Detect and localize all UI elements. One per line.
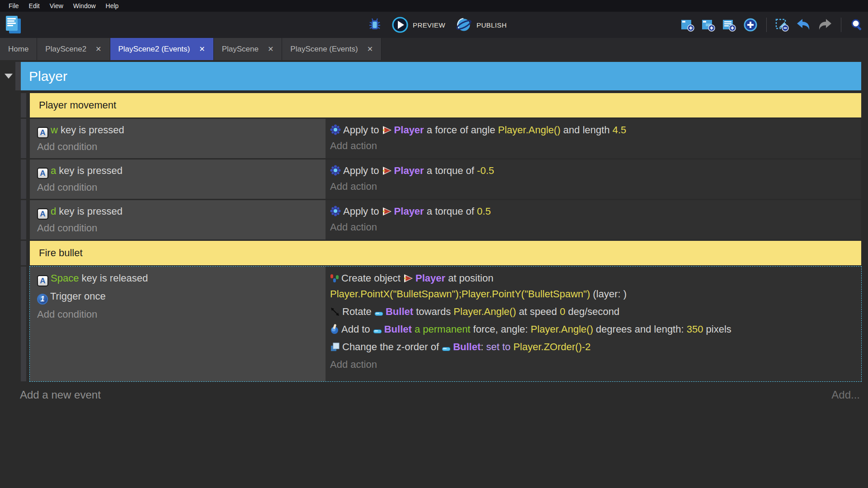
search-button[interactable] [849,17,864,33]
text-segment: Add to [341,324,373,335]
toolbar-separator [766,18,767,32]
delete-selection-icon [775,18,789,32]
gdevelop-logo-icon [5,15,22,34]
event-group-player[interactable]: Player [21,62,861,90]
event-group-header[interactable]: Fire bullet [30,241,861,265]
tab-playscene-events[interactable]: PlayScene (Events)✕ [282,38,382,60]
action-line[interactable]: Add to Bullet a permanent force, angle: … [330,321,857,337]
actions-cell[interactable]: Apply to Player a torque of -0.5Add acti… [326,160,861,199]
text-segment: Player.PointX("BulletSpawn");Player.Poin… [330,288,590,300]
text-segment: force, angle: [470,324,530,335]
menu-window[interactable]: Window [68,2,101,9]
add-action-button[interactable]: Add action [330,357,857,372]
actions-cell[interactable]: Create object Player at position Player.… [326,267,861,381]
trigger-once-icon: 1 [37,294,48,305]
tab-close-icon[interactable]: ✕ [95,46,101,53]
text-segment: a torque of [424,165,477,176]
toolbar-separator [841,18,841,32]
tab-close-icon[interactable]: ✕ [268,46,274,53]
action-line[interactable]: Apply to Player a torque of 0.5 [330,204,857,219]
tab-home[interactable]: Home [0,38,37,60]
condition-line[interactable]: 1Trigger once [37,288,321,305]
text-segment: Apply to [343,165,382,176]
add-subevent-icon [702,18,715,32]
conditions-cell[interactable]: Ad key is pressedAdd condition [30,200,326,239]
tab-label: PlayScene (Events) [290,45,358,54]
text-segment: Space [51,272,79,284]
tab-playscene2[interactable]: PlayScene2✕ [37,38,110,60]
add-condition-button[interactable]: Add condition [37,180,321,195]
action-line[interactable]: Create object Player at position Player.… [330,270,857,302]
action-line[interactable]: Apply to Player a torque of -0.5 [330,163,857,178]
undo-button[interactable] [795,17,811,33]
add-action-button[interactable]: Add action [330,138,857,153]
menu-bar: File Edit View Window Help [0,0,868,12]
event-row[interactable]: Aw key is pressedAdd conditionApply to P… [30,119,861,158]
tab-playscene2-events[interactable]: PlayScene2 (Events)✕ [110,38,214,60]
text-segment: 350 [687,324,703,335]
add-comment-button[interactable] [722,17,737,33]
event-row[interactable]: ASpace key is released1Trigger onceAdd c… [30,267,861,381]
tab-label: Home [8,45,28,54]
add-comment-icon [722,18,736,32]
text-segment: Create object [341,272,403,284]
publish-globe-icon [455,16,472,33]
debug-button[interactable] [367,16,382,33]
add-condition-button[interactable]: Add condition [37,221,321,235]
text-segment: Bullet [386,306,413,317]
add-new-event-button[interactable]: Add a new event [20,389,101,401]
text-segment: Player [415,272,445,284]
actions-cell[interactable]: Apply to Player a torque of 0.5Add actio… [326,200,861,239]
event-row[interactable]: Aa key is pressedAdd conditionApply to P… [30,160,861,199]
keyboard-key-icon: A [37,208,48,220]
events-list: Player movementAw key is pressedAdd cond… [30,93,861,381]
add-more-button[interactable]: Add... [831,389,860,401]
add-action-button[interactable]: Add action [330,179,857,194]
add-circle-button[interactable] [742,17,759,33]
add-event-button[interactable] [680,17,695,33]
tab-close-icon[interactable]: ✕ [199,46,205,53]
text-segment: a [51,165,56,176]
menu-view[interactable]: View [45,2,68,9]
menu-edit[interactable]: Edit [24,2,45,9]
toolbar-right-icons [680,12,864,38]
keyboard-key-icon: A [37,168,48,179]
text-segment: and length [561,124,613,136]
actions-cell[interactable]: Apply to Player a force of angle Player.… [326,119,861,158]
condition-line[interactable]: Aw key is pressed [37,122,321,138]
event-row[interactable]: Ad key is pressedAdd conditionApply to P… [30,200,861,239]
condition-line[interactable]: Ad key is pressed [37,204,321,220]
condition-line[interactable]: Aa key is pressed [37,163,321,179]
tab-close-icon[interactable]: ✕ [367,46,373,53]
preview-play-icon [392,16,409,33]
menu-help[interactable]: Help [101,2,124,9]
preview-button[interactable]: PREVIEW [391,15,446,34]
redo-button[interactable] [817,17,833,33]
text-segment: Player.Angle() [531,324,593,335]
text-segment: key is released [79,272,148,284]
text-segment: 0 [560,306,565,317]
publish-button[interactable]: PUBLISH [454,15,508,34]
collapse-group-icon[interactable] [5,74,13,79]
add-condition-button[interactable]: Add condition [37,139,321,154]
bullet-object-icon [442,346,451,352]
delete-selection-button[interactable] [774,17,790,33]
conditions-cell[interactable]: Aa key is pressedAdd condition [30,160,326,199]
search-icon [850,18,863,32]
add-action-button[interactable]: Add action [330,220,857,235]
tab-playscene[interactable]: PlayScene✕ [214,38,283,60]
text-segment: Player.Angle() [498,124,561,136]
text-segment: w [51,124,58,136]
add-condition-button[interactable]: Add condition [37,306,321,322]
text-segment: -0.5 [477,165,494,176]
event-group-header[interactable]: Player movement [30,93,861,117]
action-line[interactable]: Change the z-order of Bullet: set to Pla… [330,339,857,355]
menu-file[interactable]: File [4,2,24,9]
action-line[interactable]: Rotate Bullet towards Player.Angle() at … [330,304,857,319]
redo-icon [818,18,832,32]
condition-line[interactable]: ASpace key is released [37,270,321,286]
add-subevent-button[interactable] [701,17,716,33]
action-line[interactable]: Apply to Player a force of angle Player.… [330,122,857,137]
conditions-cell[interactable]: Aw key is pressedAdd condition [30,119,326,158]
conditions-cell[interactable]: ASpace key is released1Trigger onceAdd c… [30,267,326,381]
